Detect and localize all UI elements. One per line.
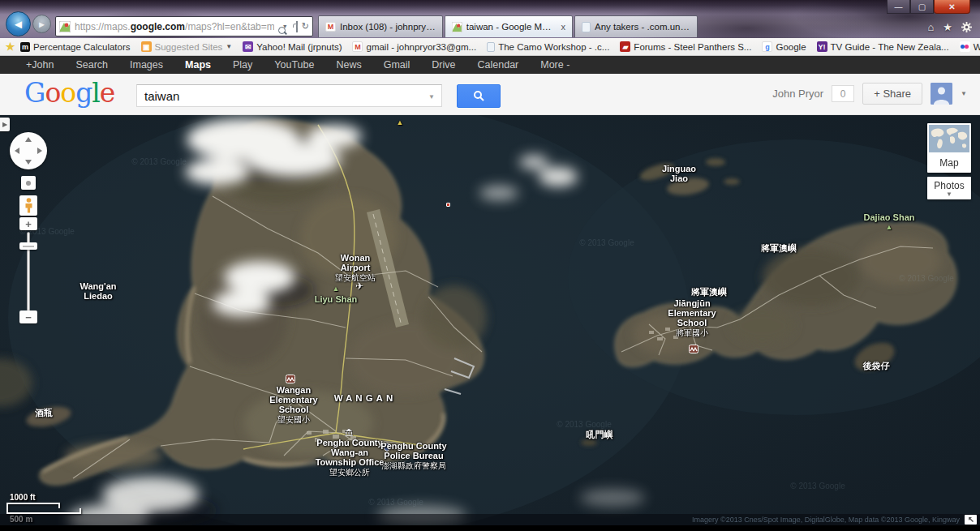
search-button[interactable] (457, 84, 501, 108)
address-bar[interactable]: https://maps.google.com/maps?hl=en&tab=m… (55, 16, 313, 36)
photos-caret-icon: ▼ (927, 191, 971, 198)
nav-more[interactable]: More - (540, 59, 570, 71)
favorite-camo-workshop[interactable]: The Camo Workshop - .c... (487, 42, 609, 52)
nav-play[interactable]: Play (233, 59, 252, 71)
nav-plus-john[interactable]: +John (26, 59, 54, 71)
maximize-button[interactable]: ▢ (910, 0, 934, 14)
map-view-button[interactable]: Map (927, 123, 971, 173)
label-jiangjun-elementary-school[interactable]: JiāngjūnElementary School 將軍國小 (668, 298, 716, 338)
nav-drive[interactable]: Drive (432, 59, 455, 71)
attribution-text: Imagery ©2013 Cnes/Spot Image, DigitalGl… (692, 516, 960, 524)
favorite-percentage-calculators[interactable]: m Percentage Calculators (20, 42, 131, 52)
government-building-icon[interactable] (344, 428, 354, 436)
school-icon[interactable] (286, 375, 295, 383)
reset-view-button[interactable] (21, 176, 36, 190)
photos-view-button[interactable]: Photos ▼ (927, 177, 971, 199)
label-wangan-town: WANGAN (334, 393, 396, 403)
gear-icon[interactable] (961, 22, 972, 32)
minimize-button[interactable]: — (887, 0, 910, 14)
m-icon: m (20, 42, 30, 52)
pan-right-icon[interactable] (37, 148, 42, 154)
copyright-watermark: © 2013 Google (131, 157, 186, 166)
pan-down-icon[interactable] (25, 160, 32, 165)
nav-calendar[interactable]: Calendar (478, 59, 519, 71)
zoom-out-button[interactable]: − (19, 310, 37, 323)
tab-close-icon[interactable]: x (561, 22, 566, 32)
nav-images[interactable]: Images (130, 59, 163, 71)
nav-news[interactable]: News (336, 59, 361, 71)
user-name[interactable]: John Pryor (772, 88, 823, 100)
url-text: https://maps.google.com/maps?hl=en&tab=m… (75, 21, 274, 32)
add-favorite-star-icon[interactable]: ★ (5, 41, 15, 52)
label-jinguao-jiao: JinguaoJiao (662, 164, 696, 183)
forward-button[interactable]: ► (32, 15, 51, 33)
copyright-watermark: © 2013 Google (557, 420, 611, 429)
mountain-icon: ▲ (886, 223, 893, 231)
label-liyu-shan[interactable]: Liyu Shan (315, 294, 358, 304)
notifications-badge[interactable]: 0 (832, 85, 854, 102)
home-icon[interactable]: ⌂ (927, 21, 934, 33)
suggested-sites-icon: ▣ (141, 41, 152, 52)
copyright-watermark: © 2013 Google (790, 482, 845, 490)
nav-youtube[interactable]: YouTube (274, 59, 314, 71)
label-wonan-airport[interactable]: WonanAirport 望安航空站 (335, 253, 376, 283)
favorite-flickr[interactable]: Welcome to Flickr! (960, 41, 980, 52)
arrow-up-left-icon (968, 516, 974, 523)
pan-up-icon[interactable] (25, 137, 32, 142)
nav-search[interactable]: Search (75, 59, 108, 71)
copyright-watermark: © 2013 Google (579, 238, 634, 247)
avatar[interactable] (931, 83, 952, 105)
airport-icon[interactable]: ✈ (355, 280, 363, 292)
copyright-watermark: © 2013 Google (899, 274, 953, 283)
zoom-slider-handle[interactable] (19, 242, 37, 250)
map-canvas[interactable]: © 2013 Google © 2013 Google © 2013 Googl… (0, 115, 980, 525)
bottom-strip (0, 525, 980, 531)
search-input[interactable] (136, 84, 442, 107)
label-wangan-elementary-school[interactable]: WanganElementary School 望安國小 (269, 385, 317, 425)
google-logo[interactable]: Google (24, 77, 114, 109)
tab-inbox[interactable]: M Inbox (108) - johnpryor33@gm... (318, 15, 443, 37)
tab-google-maps[interactable]: taiwan - Google Maps x (445, 15, 573, 37)
label-police-bureau[interactable]: Penghu CountyPolice Bureau 澎湖縣政府警察局 (380, 441, 446, 471)
person-icon (931, 83, 952, 105)
world-map-thumbnail-icon (929, 125, 969, 152)
favorite-steel-panthers[interactable]: ▰ Forums - Steel Panthers S... (620, 41, 751, 52)
google-icon: g (762, 41, 772, 52)
satellite-imagery (0, 115, 980, 525)
label-dajiao-shan[interactable]: Dajiao Shan (864, 212, 915, 222)
tab-forums[interactable]: Any takers - .com.unity Forums (574, 15, 698, 37)
zoom-in-button[interactable]: + (19, 217, 37, 230)
favorites-star-icon[interactable]: ★ (943, 21, 952, 33)
pan-control[interactable] (10, 132, 47, 169)
favorite-yahoo-mail[interactable]: ✉ Yahoo! Mail (jrpnuts) (243, 41, 342, 52)
label-jiangjun-ao-yu-east: 將軍澳嶼 (761, 243, 797, 253)
window-controls: — ▢ ✕ (887, 0, 970, 14)
favorite-google[interactable]: g Google (762, 41, 806, 52)
search-history-caret-icon[interactable]: ▼ (428, 93, 435, 101)
nav-maps[interactable]: Maps (185, 59, 211, 71)
favorites-bar: ★ m Percentage Calculators ▣ Suggested S… (0, 38, 980, 56)
favorite-tv-guide[interactable]: Y! TV Guide - The New Zeala... (817, 41, 949, 52)
label-wangan-liedao: Wang'anLiedao (80, 281, 117, 301)
label-jiangjun-ao-yu-west: 將軍澳嶼 (691, 287, 727, 297)
nav-gmail[interactable]: Gmail (384, 59, 410, 71)
favorite-gmail[interactable]: M gmail - johnpryor33@gm... (352, 41, 476, 52)
poi-marker[interactable] (446, 203, 450, 207)
label-township-office[interactable]: Penghu CountyWang-an Township Office 望安鄉… (316, 438, 385, 477)
page-icon (582, 22, 591, 32)
report-problem-button[interactable] (965, 515, 977, 525)
close-button[interactable]: ✕ (934, 0, 970, 14)
pegman-button[interactable] (19, 195, 37, 216)
mountain-icon: ▲ (333, 285, 340, 293)
copyright-watermark: © 2013 Google (368, 498, 423, 507)
tv-guide-icon: Y! (817, 41, 827, 52)
pan-left-icon[interactable] (15, 148, 19, 154)
account-caret-icon[interactable]: ▼ (961, 90, 967, 97)
school-icon[interactable] (689, 345, 698, 353)
favorite-suggested-sites[interactable]: ▣ Suggested Sites ▼ (141, 41, 233, 52)
sidebar-expander-button[interactable]: ▶ (0, 118, 10, 131)
share-button[interactable]: + Share (862, 83, 922, 105)
refresh-icon[interactable]: ↻ (302, 21, 309, 32)
yahoo-mail-icon: ✉ (243, 41, 253, 52)
back-button[interactable]: ◄ (6, 11, 31, 36)
